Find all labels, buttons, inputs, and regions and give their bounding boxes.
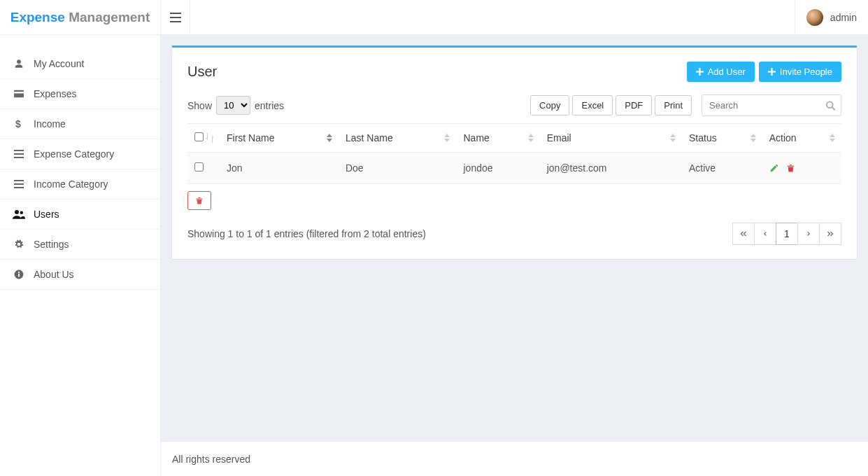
svg-line-15 [832, 107, 835, 110]
plus-icon [768, 68, 776, 76]
list-icon [13, 180, 25, 188]
users-icon [13, 209, 25, 219]
page-length-select[interactable]: 10 [216, 96, 250, 115]
users-table: First Name Last Name Name [187, 123, 841, 184]
col-checkbox [187, 124, 220, 153]
svg-rect-12 [18, 274, 20, 277]
row-checkbox[interactable] [194, 162, 204, 172]
svg-point-13 [18, 272, 20, 273]
pencil-icon [769, 163, 779, 173]
delete-row-button[interactable] [786, 163, 795, 173]
cell-status: Active [682, 153, 762, 184]
sidebar-item-label: Expenses [34, 88, 76, 99]
svg-rect-8 [14, 187, 24, 188]
sort-icon [443, 134, 450, 142]
logo: Expense Management [0, 0, 161, 35]
sidebar-item-about[interactable]: About Us [0, 260, 160, 290]
sidebar-item-label: My Account [34, 58, 84, 69]
chevrons-right-icon [826, 230, 834, 238]
sort-icon [527, 134, 534, 142]
export-copy-button[interactable]: Copy [530, 95, 569, 115]
col-last-name[interactable]: Last Name [339, 124, 457, 153]
svg-rect-7 [14, 183, 24, 185]
export-pdf-button[interactable]: PDF [616, 95, 652, 115]
sidebar-toggle[interactable] [161, 0, 190, 35]
svg-rect-5 [14, 157, 24, 158]
invite-people-label: Invite People [780, 66, 832, 77]
sidebar-item-income[interactable]: $ Income [0, 109, 160, 139]
sidebar-item-expense-category[interactable]: Expense Category [0, 139, 160, 169]
sidebar-item-users[interactable]: Users [0, 200, 160, 230]
chevrons-left-icon [739, 230, 748, 238]
user-name: admin [830, 12, 857, 23]
cell-name: jondoe [456, 153, 539, 184]
bulk-delete-button[interactable] [187, 191, 211, 210]
page-prev[interactable] [754, 223, 776, 245]
sidebar-item-label: Expense Category [34, 148, 114, 160]
svg-point-10 [20, 211, 24, 215]
col-status[interactable]: Status [682, 124, 762, 153]
dollar-icon: $ [13, 118, 25, 130]
avatar [806, 9, 823, 26]
select-all-checkbox[interactable] [194, 132, 204, 141]
footer: All rights reserved [161, 441, 868, 476]
page-next[interactable] [797, 223, 820, 245]
trash-icon [195, 196, 204, 205]
sidebar-item-label: Income [34, 118, 66, 130]
main-content: User Add User Invite People Show 10 entr… [161, 35, 868, 441]
user-menu[interactable]: admin [795, 0, 868, 35]
sidebar-item-my-account[interactable]: My Account [0, 49, 160, 79]
svg-point-9 [15, 210, 19, 214]
col-email[interactable]: Email [540, 124, 682, 153]
trash-icon [786, 163, 795, 173]
page-first[interactable] [732, 223, 755, 245]
table-info: Showing 1 to 1 of 1 entries (filtered fr… [187, 228, 426, 239]
svg-rect-3 [14, 150, 24, 151]
page-number[interactable]: 1 [776, 223, 798, 245]
page-title: User [187, 64, 217, 80]
sidebar: My Account Expenses $ Income Expense Cat… [0, 35, 161, 476]
svg-rect-1 [14, 92, 24, 93]
svg-point-14 [827, 102, 833, 108]
user-panel: User Add User Invite People Show 10 entr… [171, 46, 858, 260]
svg-text:$: $ [15, 118, 21, 130]
edit-row-button[interactable] [769, 163, 779, 173]
col-first-name[interactable]: First Name [220, 124, 339, 153]
export-excel-button[interactable]: Excel [572, 95, 613, 115]
add-user-button[interactable]: Add User [687, 62, 755, 82]
top-header: Expense Management admin [0, 0, 868, 35]
logo-word-1: Expense [10, 10, 65, 24]
cell-first-name: Jon [220, 153, 339, 184]
col-name[interactable]: Name [456, 124, 539, 153]
page-last[interactable] [819, 223, 841, 245]
chevron-right-icon [805, 230, 812, 238]
cell-email: jon@test.com [540, 153, 682, 184]
sort-icon [669, 134, 676, 142]
sidebar-item-expenses[interactable]: Expenses [0, 79, 160, 109]
sidebar-item-label: Income Category [34, 178, 108, 190]
invite-people-button[interactable]: Invite People [759, 62, 841, 82]
table-toolbar: Show 10 entries Copy Excel PDF Print [187, 94, 841, 116]
sort-icon [829, 134, 836, 142]
svg-rect-0 [14, 90, 24, 98]
sidebar-item-income-category[interactable]: Income Category [0, 169, 160, 200]
sort-icon [750, 134, 757, 142]
logo-word-2: Management [69, 10, 150, 24]
footer-text: All rights reserved [172, 454, 250, 465]
add-user-label: Add User [708, 66, 746, 77]
sort-icon [326, 134, 333, 142]
plus-icon [696, 68, 704, 76]
info-icon [13, 270, 25, 279]
search-icon [825, 100, 836, 111]
svg-rect-4 [14, 153, 24, 155]
length-show-label: Show [187, 100, 212, 111]
sort-icon[interactable] [206, 133, 214, 143]
sidebar-item-label: About Us [34, 269, 74, 280]
length-entries-label: entries [255, 100, 284, 111]
gear-icon [13, 239, 25, 249]
sidebar-item-settings[interactable]: Settings [0, 230, 160, 260]
cell-last-name: Doe [339, 153, 457, 184]
search-input[interactable] [702, 94, 841, 116]
user-icon [13, 59, 25, 69]
export-print-button[interactable]: Print [655, 95, 692, 115]
